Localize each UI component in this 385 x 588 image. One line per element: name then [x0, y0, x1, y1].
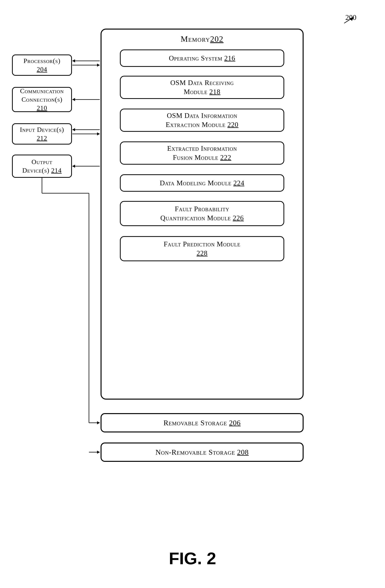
box-output: OutputDevice(s) 214 [12, 155, 72, 178]
box-input: Input Device(s)212 [12, 123, 72, 145]
svg-marker-16 [97, 421, 100, 424]
module-osm-extract: OSM Data InformationExtraction Module 22… [120, 109, 284, 132]
box-non-removable-storage: Non-Removable Storage 208 [101, 442, 304, 462]
svg-marker-11 [72, 128, 75, 131]
svg-marker-5 [72, 59, 75, 63]
ref-number-200: 200 [345, 13, 356, 22]
module-data-model: Data Modeling Module 224 [120, 174, 284, 192]
svg-marker-3 [97, 63, 100, 67]
svg-marker-7 [72, 98, 75, 101]
module-fault-prob: Fault ProbabilityQuantification Module 2… [120, 201, 284, 226]
module-osm-recv: OSM Data ReceivingModule 218 [120, 76, 284, 99]
svg-marker-13 [72, 165, 75, 168]
svg-marker-9 [97, 132, 100, 135]
box-comm: CommunicationConnection(s)210 [12, 87, 72, 112]
module-fault-pred: Fault Prediction Module228 [120, 236, 284, 261]
box-processor: Processor(s)204 [12, 55, 72, 76]
diagram: 200 Memory202 Operating System 216 OSM D… [0, 0, 385, 588]
figure-label: FIG. 2 [0, 548, 385, 568]
box-removable-storage: Removable Storage 206 [101, 413, 304, 432]
module-fusion: Extracted InformationFusion Module 222 [120, 142, 284, 165]
memory-label: Memory202 [101, 34, 304, 44]
svg-marker-18 [97, 451, 100, 454]
module-os: Operating System 216 [120, 49, 284, 67]
